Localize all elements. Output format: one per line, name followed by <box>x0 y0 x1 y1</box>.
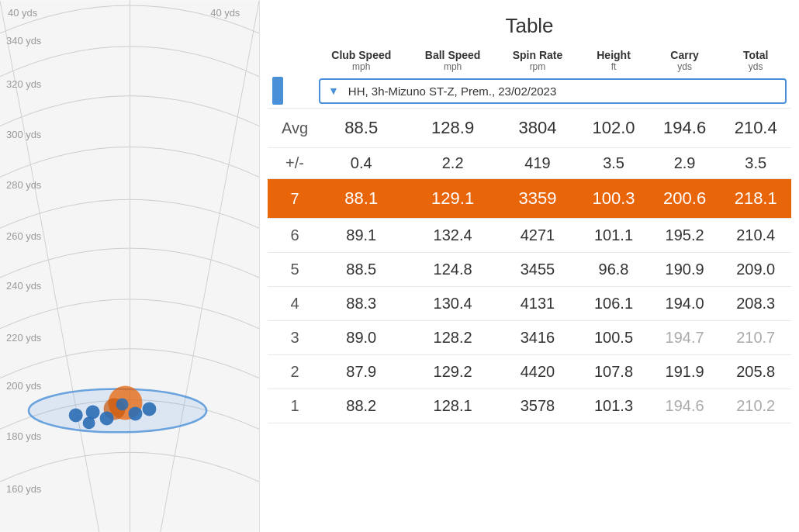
data-row-3: 389.0128.23416100.5194.7210.7 <box>268 321 791 355</box>
row-6-col-2: 4271 <box>497 219 579 253</box>
data-row-5: 588.5124.8345596.8190.9209.0 <box>268 253 791 287</box>
data-row-2: 287.9129.24420107.8191.9205.8 <box>268 355 791 389</box>
row-2-col-0: 87.9 <box>314 355 409 389</box>
row-4-col-3: 106.1 <box>578 287 649 321</box>
col-header-ball-speed: Ball Speed mph <box>409 46 497 74</box>
row-7-col-5: 218.1 <box>720 179 791 219</box>
svg-text:40 yds: 40 yds <box>210 7 240 19</box>
row-7-col-2: 3359 <box>497 179 579 219</box>
row-2-col-4: 191.9 <box>649 355 721 389</box>
svg-text:180 yds: 180 yds <box>6 430 42 442</box>
row-2-col-3: 107.8 <box>578 355 649 389</box>
row-3-col-0: 89.0 <box>314 321 409 355</box>
pm-carry: 2.9 <box>649 148 721 179</box>
col-header-spin-rate: Spin Rate rpm <box>497 46 579 74</box>
filter-triangle-icon: ▼ <box>328 85 339 97</box>
svg-point-22 <box>100 411 114 425</box>
row-1-col-1: 128.1 <box>409 389 497 423</box>
row-5-col-0: 88.5 <box>314 253 409 287</box>
row-id-1: 1 <box>268 389 314 423</box>
col-header-total: Total yds <box>720 46 791 74</box>
row-4-col-2: 4131 <box>497 287 579 321</box>
row-4-col-1: 130.4 <box>409 287 497 321</box>
row-id-5: 5 <box>268 253 314 287</box>
row-4-col-5: 208.3 <box>720 287 791 321</box>
pm-club-speed: 0.4 <box>314 148 409 179</box>
svg-text:300 yds: 300 yds <box>6 129 42 140</box>
row-7-col-0: 88.1 <box>314 179 409 219</box>
svg-text:220 yds: 220 yds <box>6 332 42 344</box>
col-header-carry: Carry yds <box>649 46 721 74</box>
row-1-col-3: 101.3 <box>578 389 649 423</box>
avg-ball-speed: 128.9 <box>409 109 497 148</box>
col-header-club-speed: Club Speed mph <box>314 46 409 74</box>
pm-spin-rate: 419 <box>497 148 579 179</box>
row-2-col-2: 4420 <box>497 355 579 389</box>
row-5-col-5: 209.0 <box>720 253 791 287</box>
col-header-empty <box>268 46 314 74</box>
row-6-col-0: 89.1 <box>314 219 409 253</box>
row-id-3: 3 <box>268 321 314 355</box>
row-5-col-3: 96.8 <box>578 253 649 287</box>
avg-row: Avg 88.5 128.9 3804 102.0 194.6 210.4 <box>268 109 791 148</box>
data-row-1: 188.2128.13578101.3194.6210.2 <box>268 389 791 423</box>
data-row-7: 788.1129.13359100.3200.6218.1 <box>268 179 791 219</box>
row-1-col-0: 88.2 <box>314 389 409 423</box>
filter-text: HH, 3h-Mizuno ST-Z, Prem., 23/02/2023 <box>348 85 556 98</box>
avg-carry: 194.6 <box>649 109 721 148</box>
row-2-col-5: 205.8 <box>720 355 791 389</box>
svg-text:160 yds: 160 yds <box>6 483 42 495</box>
row-7-col-4: 200.6 <box>649 179 721 219</box>
table-title: Table <box>268 0 791 46</box>
row-1-col-4: 194.6 <box>649 389 721 423</box>
row-6-col-1: 132.4 <box>409 219 497 253</box>
plus-minus-row: +/- 0.4 2.2 419 3.5 2.9 3.5 <box>268 148 791 179</box>
svg-text:260 yds: 260 yds <box>6 230 42 242</box>
row-id-6: 6 <box>268 219 314 253</box>
row-3-col-4: 194.7 <box>649 321 721 355</box>
row-7-col-3: 100.3 <box>578 179 649 219</box>
row-3-col-5: 210.7 <box>720 321 791 355</box>
row-id-7: 7 <box>268 179 314 219</box>
data-table: Club Speed mph Ball Speed mph Spin Rate … <box>268 46 791 423</box>
avg-label: Avg <box>268 109 314 148</box>
svg-point-23 <box>129 406 143 420</box>
svg-text:320 yds: 320 yds <box>6 78 42 90</box>
row-7-col-1: 129.1 <box>409 179 497 219</box>
pm-height: 3.5 <box>578 148 649 179</box>
right-panel: Table Club Speed mph Ball Speed mph Spin… <box>260 0 799 532</box>
row-5-col-4: 190.9 <box>649 253 721 287</box>
pm-label: +/- <box>268 148 314 179</box>
row-6-col-4: 195.2 <box>649 219 721 253</box>
svg-point-24 <box>142 402 156 416</box>
filter-row[interactable]: ▼ HH, 3h-Mizuno ST-Z, Prem., 23/02/2023 <box>268 74 791 109</box>
row-2-col-1: 129.2 <box>409 355 497 389</box>
svg-text:280 yds: 280 yds <box>6 179 42 191</box>
svg-text:240 yds: 240 yds <box>6 280 42 292</box>
row-3-col-2: 3416 <box>497 321 579 355</box>
row-id-2: 2 <box>268 355 314 389</box>
filter-cell[interactable]: ▼ HH, 3h-Mizuno ST-Z, Prem., 23/02/2023 <box>319 78 787 104</box>
row-5-col-1: 124.8 <box>409 253 497 287</box>
svg-text:200 yds: 200 yds <box>6 380 42 392</box>
row-id-4: 4 <box>268 287 314 321</box>
row-6-col-5: 210.4 <box>720 219 791 253</box>
avg-total: 210.4 <box>720 109 791 148</box>
row-1-col-2: 3578 <box>497 389 579 423</box>
column-headers: Club Speed mph Ball Speed mph Spin Rate … <box>268 46 791 74</box>
row-5-col-2: 3455 <box>497 253 579 287</box>
row-4-col-0: 88.3 <box>314 287 409 321</box>
svg-point-20 <box>69 408 83 422</box>
svg-point-26 <box>116 398 129 410</box>
row-4-col-4: 194.0 <box>649 287 721 321</box>
avg-height: 102.0 <box>578 109 649 148</box>
avg-spin-rate: 3804 <box>497 109 579 148</box>
col-header-height: Height ft <box>578 46 649 74</box>
row-3-col-3: 100.5 <box>578 321 649 355</box>
pm-ball-speed: 2.2 <box>409 148 497 179</box>
filter-blue-bar <box>272 77 283 105</box>
row-6-col-3: 101.1 <box>578 219 649 253</box>
row-3-col-1: 128.2 <box>409 321 497 355</box>
golf-chart: 340 yds 320 yds 300 yds 280 yds 260 yds … <box>0 0 260 532</box>
svg-text:40 yds: 40 yds <box>8 7 38 19</box>
